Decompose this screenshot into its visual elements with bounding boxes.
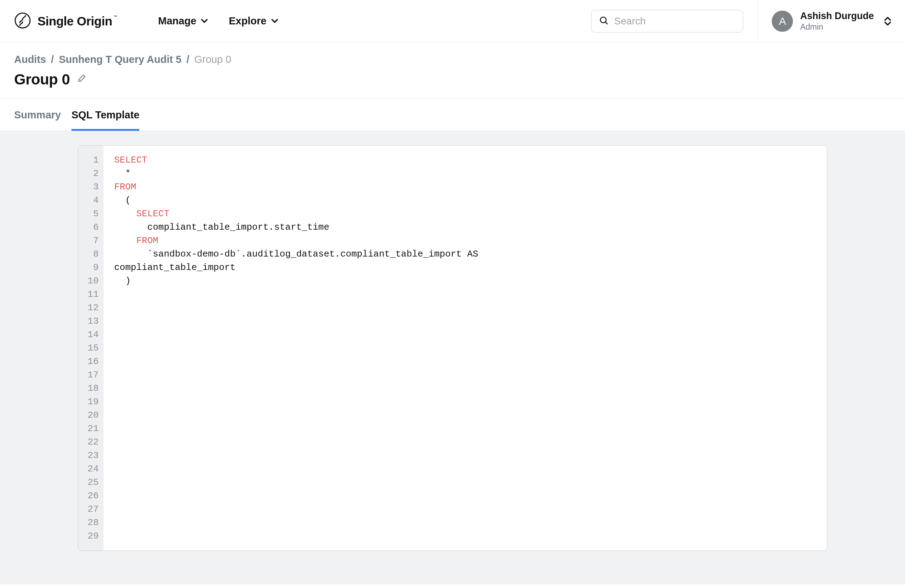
nav-explore-label: Explore — [229, 15, 266, 27]
breadcrumb-audits[interactable]: Audits — [14, 54, 46, 65]
line-number: 4 — [78, 193, 103, 207]
line-number: 22 — [78, 435, 103, 449]
chevron-down-icon — [272, 15, 278, 27]
line-number: 13 — [78, 314, 103, 328]
tabs-bar: Summary SQL Template — [0, 98, 905, 131]
line-number: 12 — [78, 301, 103, 314]
user-role: Admin — [800, 22, 874, 32]
code-line: FROM — [114, 180, 816, 193]
line-number: 3 — [78, 180, 103, 193]
line-number: 27 — [78, 502, 103, 516]
breadcrumb-separator: / — [51, 54, 54, 65]
line-number: 20 — [78, 409, 103, 422]
line-number: 25 — [78, 475, 103, 489]
app-header: Single Origin™ Manage Explore A Ashish D… — [0, 0, 905, 43]
code-line: compliant_table_import.start_time — [114, 220, 816, 234]
code-line — [114, 529, 816, 543]
breadcrumb-audit-name[interactable]: Sunheng T Query Audit 5 — [59, 54, 181, 65]
line-number: 26 — [78, 489, 103, 502]
line-number: 1 — [78, 153, 103, 167]
chevron-down-icon — [201, 15, 208, 27]
code-line: * — [114, 167, 816, 180]
code-line: compliant_table_import — [114, 261, 816, 274]
search-box[interactable] — [591, 10, 743, 33]
code-line: `sandbox-demo-db`.auditlog_dataset.compl… — [114, 247, 816, 261]
line-number: 5 — [78, 207, 103, 220]
line-number: 15 — [78, 341, 103, 355]
edit-icon[interactable] — [76, 74, 86, 85]
sort-chevrons-icon — [884, 17, 891, 25]
code-line — [114, 435, 816, 449]
page-title-row: Group 0 — [0, 65, 905, 98]
logo-mark-icon — [14, 12, 31, 30]
line-number: 19 — [78, 395, 103, 409]
line-number: 11 — [78, 288, 103, 301]
line-number: 28 — [78, 516, 103, 529]
nav-explore[interactable]: Explore — [229, 15, 278, 27]
breadcrumb-current: Group 0 — [194, 54, 232, 65]
code-line — [114, 395, 816, 409]
code-line — [114, 489, 816, 502]
brand-logo[interactable]: Single Origin™ — [14, 12, 112, 30]
code-line — [114, 328, 816, 341]
code-line — [114, 301, 816, 314]
line-number-gutter: 1234567891011121314151617181920212223242… — [78, 146, 103, 550]
code-line — [114, 502, 816, 516]
page-title: Group 0 — [14, 71, 70, 88]
tab-summary[interactable]: Summary — [14, 99, 61, 131]
code-line — [114, 422, 816, 435]
code-line — [114, 368, 816, 382]
nav-manage-label: Manage — [158, 15, 196, 27]
code-line: ( — [114, 193, 816, 207]
code-line — [114, 288, 816, 301]
line-number: 17 — [78, 368, 103, 382]
line-number: 16 — [78, 355, 103, 368]
line-number: 7 — [78, 234, 103, 247]
line-number: 14 — [78, 328, 103, 341]
line-number: 18 — [78, 382, 103, 395]
code-line — [114, 449, 816, 462]
line-number: 9 — [78, 261, 103, 274]
code-area[interactable]: SELECT *FROM ( SELECT compliant_table_im… — [103, 146, 827, 550]
line-number: 21 — [78, 422, 103, 435]
code-line — [114, 382, 816, 395]
code-line — [114, 462, 816, 475]
nav-manage[interactable]: Manage — [158, 15, 208, 27]
code-line — [114, 516, 816, 529]
breadcrumb: Audits / Sunheng T Query Audit 5 / Group… — [14, 54, 891, 65]
breadcrumb-bar: Audits / Sunheng T Query Audit 5 / Group… — [0, 43, 905, 65]
code-line: ) — [114, 274, 816, 288]
code-line — [114, 409, 816, 422]
line-number: 23 — [78, 449, 103, 462]
sql-editor[interactable]: 1234567891011121314151617181920212223242… — [78, 145, 827, 551]
line-number: 24 — [78, 462, 103, 475]
content-area: 1234567891011121314151617181920212223242… — [0, 131, 905, 585]
user-text: Ashish Durgude Admin — [800, 11, 874, 32]
code-line: SELECT — [114, 153, 816, 167]
svg-point-0 — [15, 13, 30, 28]
user-name: Ashish Durgude — [800, 11, 874, 22]
avatar: A — [772, 11, 793, 32]
code-line — [114, 475, 816, 489]
breadcrumb-separator: / — [186, 54, 189, 65]
code-line — [114, 314, 816, 328]
primary-nav: Manage Explore — [158, 15, 278, 27]
line-number: 2 — [78, 167, 103, 180]
code-line — [114, 341, 816, 355]
search-icon — [599, 16, 608, 27]
code-line — [114, 355, 816, 368]
line-number: 8 — [78, 247, 103, 261]
line-number: 29 — [78, 529, 103, 543]
brand-name: Single Origin™ — [38, 14, 112, 28]
svg-line-2 — [606, 22, 607, 24]
line-number: 6 — [78, 220, 103, 234]
code-line: FROM — [114, 234, 816, 247]
user-menu[interactable]: A Ashish Durgude Admin — [757, 0, 891, 42]
tab-sql-template[interactable]: SQL Template — [71, 99, 139, 131]
search-input[interactable] — [614, 16, 735, 27]
code-line: SELECT — [114, 207, 816, 220]
line-number: 10 — [78, 274, 103, 288]
